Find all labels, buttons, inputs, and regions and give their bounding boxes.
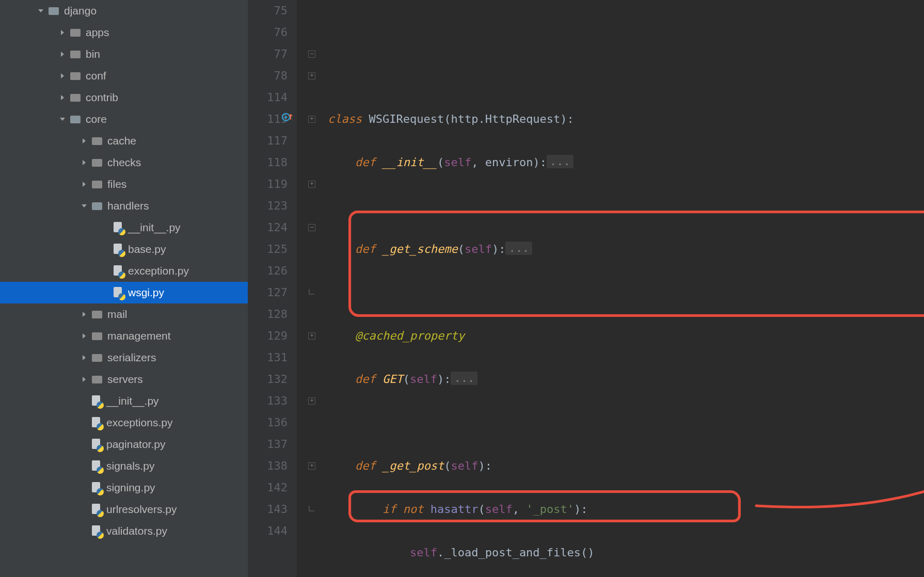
builtin-hasattr: hasattr [431,503,479,516]
expr-self: self [410,546,437,559]
tree-item-label: core [86,113,107,125]
tree-item-label: urlresolvers.py [106,503,177,516]
override-gutter-icon[interactable] [280,110,294,124]
keyword-def: def [355,243,376,255]
tree-item-label: mail [107,308,128,320]
tree-item-core[interactable]: core [0,108,248,130]
fold-expand-icon[interactable]: + [308,116,315,123]
tree-item-label: handlers [107,200,149,212]
chevron-right-icon[interactable] [58,29,67,36]
blank-icon [101,286,110,299]
blank-icon [79,395,89,407]
method-init: __init__ [383,156,437,169]
chevron-right-icon[interactable] [79,138,89,144]
line-number: 136 [248,412,297,434]
tree-item-mail[interactable]: mail [0,303,248,325]
tree-item-label: signals.py [106,460,154,472]
chevron-right-icon[interactable] [79,376,89,382]
fold-ellipsis[interactable]: ... [547,155,573,168]
folder-icon [91,330,103,342]
fold-ellipsis[interactable]: ... [505,242,532,255]
tree-item-servers[interactable]: servers [0,368,248,390]
line-number: 114 [248,87,297,108]
blank-icon [79,482,89,494]
fold-end-icon[interactable] [308,506,315,513]
tree-item-validators-py[interactable]: validators.py [0,520,248,542]
tree-item-contrib[interactable]: contrib [0,87,248,108]
fold-expand-icon[interactable]: + [308,181,315,188]
tree-item-__init__-py[interactable]: __init__.py [0,390,248,412]
chevron-right-icon[interactable] [79,333,89,339]
blank-icon [79,438,89,451]
line-number: 75 [248,0,297,22]
tree-item-label: __init__.py [128,221,181,234]
fold-collapse-icon[interactable]: − [308,224,315,231]
fold-end-icon[interactable] [308,289,315,296]
tree-item-label: exceptions.py [106,416,172,429]
tree-item-cache[interactable]: cache [0,130,248,152]
chevron-down-icon[interactable] [36,8,45,14]
tree-item-urlresolvers-py[interactable]: urlresolvers.py [0,499,248,520]
folder-icon [69,91,82,104]
line-number: 77 [248,43,297,65]
chevron-down-icon[interactable] [79,203,89,209]
line-number: 133 [248,390,297,412]
line-number: 123 [248,195,297,217]
fold-ellipsis[interactable]: ... [451,372,477,385]
chevron-right-icon[interactable] [79,311,89,317]
tree-item-exception-py[interactable]: exception.py [0,260,248,282]
tree-item-wsgi-py[interactable]: wsgi.py [0,282,248,303]
fold-expand-icon[interactable]: + [308,462,315,470]
method-get-scheme: _get_scheme [383,243,458,255]
tree-item-apps[interactable]: apps [0,22,248,43]
project-tree[interactable]: djangoappsbinconfcontribcorecachechecksf… [0,0,248,577]
folder-icon [91,156,103,169]
line-number: 127 [248,282,297,303]
tree-item-signals-py[interactable]: signals.py [0,455,248,477]
fold-expand-icon[interactable]: + [308,72,315,79]
line-number: 132 [248,368,297,390]
python-file-icon [113,286,124,299]
line-number: 143 [248,499,297,520]
tree-item-base-py[interactable]: base.py [0,238,248,260]
tree-item-paginator-py[interactable]: paginator.py [0,434,248,455]
chevron-down-icon[interactable] [58,116,67,122]
fold-expand-icon[interactable]: + [308,397,315,405]
fold-collapse-icon[interactable]: − [308,51,315,58]
string-post: '_post' [526,503,574,516]
code-editor[interactable]: −+++−+++ class WSGIRequest(http.HttpRequ… [297,0,924,577]
tree-item-__init__-py[interactable]: __init__.py [0,217,248,238]
fold-expand-icon[interactable]: + [308,332,315,340]
tree-item-conf[interactable]: conf [0,65,248,87]
python-file-icon [91,503,102,516]
tree-item-signing-py[interactable]: signing.py [0,477,248,499]
code-area[interactable]: class WSGIRequest(http.HttpRequest): def… [328,0,608,577]
chevron-right-icon[interactable] [58,94,67,101]
python-file-icon [113,221,124,234]
tree-item-management[interactable]: management [0,325,248,347]
tree-item-checks[interactable]: checks [0,152,248,173]
chevron-right-icon[interactable] [58,73,67,79]
fold-column[interactable]: −+++−+++ [297,0,328,577]
folder-icon [69,26,82,39]
tree-item-handlers[interactable]: handlers [0,195,248,217]
chevron-right-icon[interactable] [79,181,89,187]
chevron-right-icon[interactable] [79,159,89,166]
tree-item-files[interactable]: files [0,173,248,195]
chevron-right-icon[interactable] [58,51,67,57]
tree-item-exceptions-py[interactable]: exceptions.py [0,412,248,434]
line-number: 78 [248,65,297,87]
tree-item-label: wsgi.py [128,286,164,299]
line-number: 142 [248,477,297,499]
method-GET: GET [383,373,403,386]
tree-item-label: files [107,178,126,190]
line-number: 138 [248,455,297,477]
tree-item-label: __init__.py [106,395,159,407]
tree-item-django[interactable]: django [0,0,248,22]
method-get-post: _get_post [383,459,444,472]
python-file-icon [91,460,102,472]
chevron-right-icon[interactable] [79,355,89,361]
decorator-cached-property: @cached_property [355,329,465,342]
tree-item-serializers[interactable]: serializers [0,347,248,368]
tree-item-bin[interactable]: bin [0,43,248,65]
